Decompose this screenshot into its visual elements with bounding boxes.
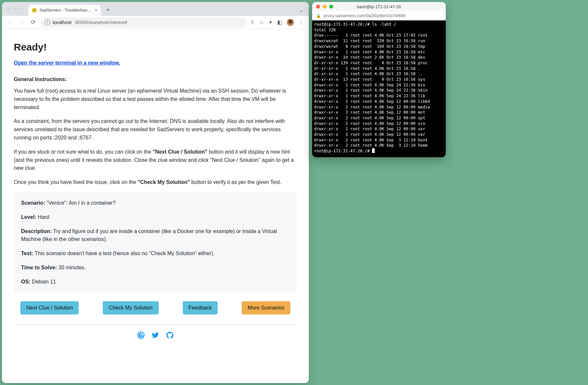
terminal-url-text: proxy.sadservers.com/0a35dd6e31b74f68f/ bbox=[324, 13, 406, 18]
more-scenarios-button[interactable]: More Scenarios bbox=[242, 301, 290, 314]
tts-label: Time to Solve: bbox=[21, 265, 57, 270]
feedback-button[interactable]: Feedback bbox=[183, 301, 218, 314]
level-value: Hard bbox=[36, 214, 49, 220]
url-host: localhost bbox=[53, 20, 71, 25]
social-links bbox=[137, 331, 174, 343]
browser-menu-icon[interactable]: ⋮ bbox=[299, 19, 304, 25]
term-prompt-1: root@ip-172-31-47-26:/# bbox=[314, 22, 372, 27]
terminal-url-bar: 🔒 proxy.sadservers.com/0a35dd6e31b74f68f… bbox=[312, 11, 446, 20]
traffic-max-icon[interactable] bbox=[20, 7, 24, 11]
term-prompt-2: root@ip-172-31-47-26:/# bbox=[314, 149, 372, 153]
window-traffic-lights bbox=[7, 7, 24, 11]
test-row: Test: This scenario doesn't have a test … bbox=[21, 250, 290, 258]
description-label: Description: bbox=[21, 228, 52, 234]
terminal-body[interactable]: root@ip-172-31-47-26:/# ls -laht / total… bbox=[312, 20, 446, 157]
page-content: Ready! Open the server terminal in a new… bbox=[2, 29, 309, 383]
instructions-p1: You have full (root) access to a real Li… bbox=[14, 87, 297, 111]
time-to-solve-row: Time to Solve: 30 minutes. bbox=[21, 264, 290, 272]
browser-toolbar: ← → ⟳ i localhost:8000/newserver/venice#… bbox=[2, 16, 309, 29]
traffic-close-icon[interactable] bbox=[7, 7, 11, 11]
tab-favicon-icon: ☹ bbox=[32, 8, 37, 13]
p4-text-a: Once you think you have fixed the issue,… bbox=[14, 179, 138, 185]
browser-tab[interactable]: ☹ SadServers - Troubleshooting × bbox=[28, 5, 101, 16]
action-buttons: Next Clue / Solution Check My Solution F… bbox=[20, 301, 290, 314]
next-clue-button[interactable]: Next Clue / Solution bbox=[20, 301, 79, 314]
sidepanel-icon[interactable]: ◧ bbox=[277, 19, 282, 25]
test-label: Test: bbox=[21, 251, 33, 256]
level-row: Level: Hard bbox=[21, 213, 290, 222]
scenario-label: Scenario: bbox=[21, 200, 45, 206]
scenario-value: "Venice": Am I in a container? bbox=[45, 200, 116, 206]
os-label: OS: bbox=[21, 279, 30, 284]
instructions-heading: General Instructions: bbox=[14, 75, 297, 84]
browser-window: ☹ SadServers - Troubleshooting × + ⌄ ← →… bbox=[2, 2, 309, 383]
lock-icon: 🔒 bbox=[316, 14, 321, 18]
nav-back-icon[interactable]: ← bbox=[5, 19, 14, 26]
term-command-1: ls -laht / bbox=[372, 22, 396, 27]
email-icon[interactable] bbox=[137, 331, 145, 343]
terminal-titlebar: bash@ip-172-31-47-26 bbox=[312, 2, 446, 11]
check-solution-button[interactable]: Check My Solution bbox=[103, 301, 158, 314]
term-min-icon[interactable] bbox=[323, 5, 327, 9]
toolbar-right: ⇧ ☆ ✦ ◧ ⋮ bbox=[250, 19, 306, 26]
share-icon[interactable]: ⇧ bbox=[250, 19, 254, 25]
p3-next-clue-bold: "Next Clue / Solution" bbox=[153, 149, 207, 155]
site-info-icon[interactable]: i bbox=[45, 20, 50, 25]
instructions-p3: If you are stuck or not sure what to do,… bbox=[14, 148, 297, 172]
test-value: This scenario doesn't have a test (hence… bbox=[33, 251, 214, 256]
scenario-box: Scenario: "Venice": Am I in a container?… bbox=[14, 192, 297, 293]
p3-text-a: If you are stuck or not sure what to do,… bbox=[14, 149, 153, 155]
tab-title: SadServers - Troubleshooting bbox=[40, 8, 92, 13]
term-total-line: total 72K bbox=[314, 28, 336, 32]
page-footer bbox=[14, 324, 297, 343]
page-heading: Ready! bbox=[14, 40, 297, 55]
extensions-icon[interactable]: ✦ bbox=[268, 19, 273, 25]
tab-overflow-icon[interactable]: ⌄ bbox=[299, 7, 304, 13]
instructions-p2: As a constraint, from the servers you ca… bbox=[14, 117, 297, 142]
github-icon[interactable] bbox=[166, 331, 174, 343]
traffic-min-icon[interactable] bbox=[13, 7, 17, 11]
tab-close-icon[interactable]: × bbox=[95, 8, 97, 13]
p4-text-b: button to verify it as per the given Tes… bbox=[190, 179, 281, 185]
twitter-icon[interactable] bbox=[151, 331, 160, 343]
terminal-title-text: bash@ip-172-31-47-26 bbox=[357, 4, 401, 9]
nav-forward-icon[interactable]: → bbox=[17, 19, 26, 26]
term-close-icon[interactable] bbox=[316, 5, 320, 9]
new-tab-button[interactable]: + bbox=[103, 5, 113, 15]
description-row: Description: Try and figure out if you a… bbox=[21, 227, 290, 244]
terminal-traffic-lights bbox=[316, 5, 333, 9]
tts-value: 30 minutes. bbox=[57, 265, 86, 270]
url-path: :8000/newserver/venice# bbox=[74, 20, 127, 25]
os-value: Debian 11 bbox=[30, 279, 56, 284]
profile-avatar-icon[interactable] bbox=[287, 19, 294, 26]
level-label: Level: bbox=[21, 214, 36, 220]
p4-check-bold: "Check My Solution" bbox=[138, 179, 190, 185]
address-bar[interactable]: i localhost:8000/newserver/venice# bbox=[41, 17, 247, 27]
terminal-window: bash@ip-172-31-47-26 🔒 proxy.sadservers.… bbox=[312, 2, 446, 157]
svg-point-1 bbox=[140, 334, 142, 336]
open-terminal-link[interactable]: Open the server terminal in a new window… bbox=[14, 59, 120, 67]
term-max-icon[interactable] bbox=[329, 5, 333, 9]
nav-reload-icon[interactable]: ⟳ bbox=[29, 19, 38, 26]
browser-tabbar: ☹ SadServers - Troubleshooting × + ⌄ bbox=[2, 2, 309, 16]
bookmark-icon[interactable]: ☆ bbox=[259, 19, 264, 25]
term-listing: drwx------ 1 root root 4.0K Oct 23 17:02… bbox=[314, 33, 430, 148]
svg-point-0 bbox=[138, 332, 144, 339]
description-value: Try and figure out if you are inside a c… bbox=[21, 228, 277, 242]
terminal-cursor-icon bbox=[372, 148, 375, 153]
instructions-p4: Once you think you have fixed the issue,… bbox=[14, 178, 297, 187]
os-row: OS: Debian 11 bbox=[21, 278, 290, 286]
scenario-row: Scenario: "Venice": Am I in a container? bbox=[21, 199, 290, 207]
